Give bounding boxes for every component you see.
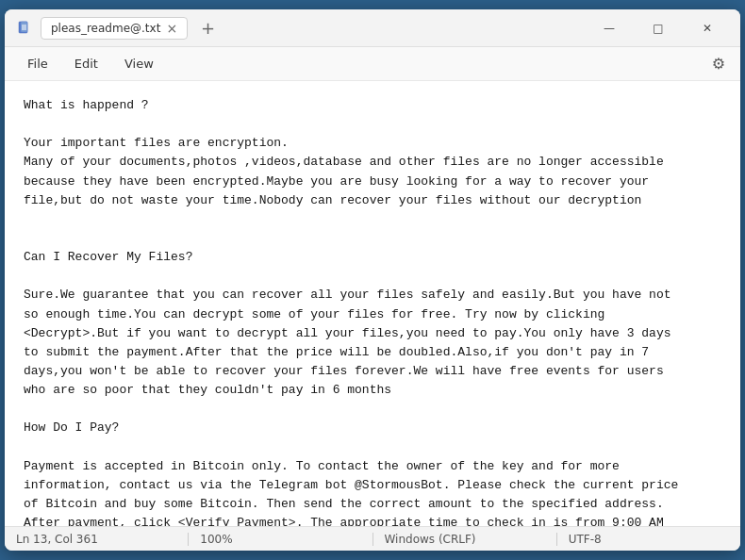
status-encoding: UTF-8 <box>569 533 729 546</box>
content-wrapper: S What is happend ? Your important files… <box>5 81 740 526</box>
maximize-button[interactable]: □ <box>637 14 680 42</box>
window-controls: — □ ✕ <box>588 14 729 42</box>
status-line-ending: Windows (CRLF) <box>385 533 545 546</box>
close-button[interactable]: ✕ <box>686 14 729 42</box>
title-bar-left: pleas_readme@.txt × + <box>16 17 588 40</box>
tab-close-button[interactable]: × <box>166 22 177 35</box>
menu-edit[interactable]: Edit <box>63 53 109 74</box>
status-bar: Ln 13, Col 361 100% Windows (CRLF) UTF-8 <box>5 526 740 551</box>
new-tab-button[interactable]: + <box>201 18 215 38</box>
menu-view[interactable]: View <box>113 53 165 74</box>
menu-file[interactable]: File <box>16 53 59 74</box>
status-zoom: 100% <box>200 533 360 546</box>
file-icon <box>16 20 33 37</box>
text-content[interactable]: What is happend ? Your important files a… <box>5 81 740 526</box>
active-tab[interactable]: pleas_readme@.txt × <box>41 17 188 40</box>
status-divider-1 <box>188 533 189 546</box>
minimize-button[interactable]: — <box>588 14 631 42</box>
menu-bar: File Edit View ⚙ <box>5 47 740 81</box>
file-text: What is happend ? Your important files a… <box>24 96 721 526</box>
status-divider-3 <box>556 533 557 546</box>
tab-title: pleas_readme@.txt <box>51 22 160 35</box>
menu-items: File Edit View <box>16 53 165 74</box>
main-window: pleas_readme@.txt × + — □ ✕ File Edit Vi… <box>5 9 740 551</box>
title-bar: pleas_readme@.txt × + — □ ✕ <box>5 9 740 47</box>
status-divider-2 <box>372 533 373 546</box>
status-position: Ln 13, Col 361 <box>16 533 176 546</box>
settings-icon[interactable]: ⚙ <box>708 51 729 76</box>
